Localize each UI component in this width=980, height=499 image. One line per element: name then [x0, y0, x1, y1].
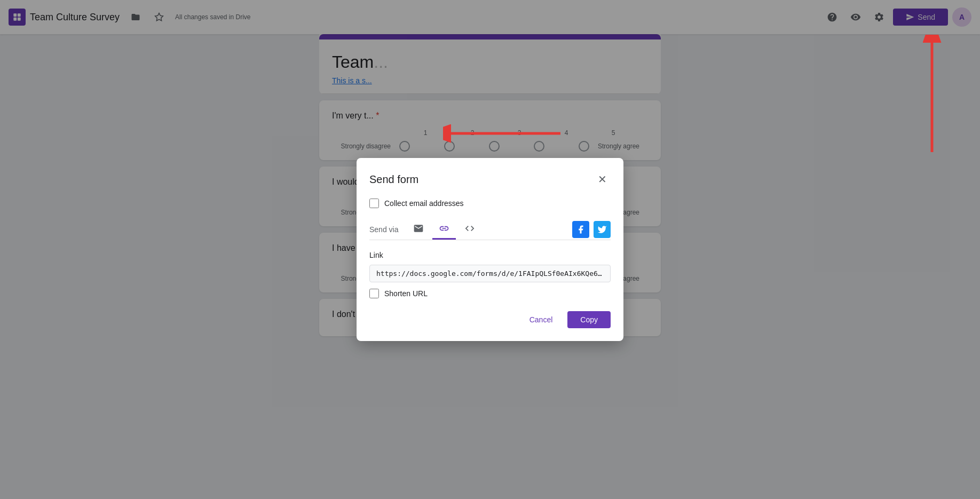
send-via-label: Send via [369, 225, 398, 234]
send-via-embed-tab[interactable] [458, 219, 481, 240]
shorten-url-checkbox[interactable] [369, 289, 379, 298]
modal-footer: Cancel Copy [369, 311, 611, 328]
shorten-url-label: Shorten URL [384, 289, 428, 298]
send-via-link-tab[interactable] [432, 219, 456, 240]
modal-close-button[interactable]: ✕ [594, 171, 611, 188]
link-section-title: Link [369, 251, 611, 259]
modal-title: Send form [369, 173, 418, 186]
twitter-share-button[interactable] [594, 221, 611, 238]
send-via-social [572, 221, 611, 238]
collect-email-checkbox[interactable] [369, 199, 379, 208]
shorten-url-row: Shorten URL [369, 289, 611, 298]
send-via-tabs [407, 219, 572, 240]
send-form-modal: Send form ✕ Collect email addresses Send… [357, 158, 623, 341]
link-url-text: https://docs.google.com/forms/d/e/1FAIpQ… [376, 270, 604, 278]
collect-email-row: Collect email addresses [369, 199, 611, 208]
cancel-button[interactable]: Cancel [521, 311, 562, 328]
copy-button[interactable]: Copy [567, 311, 611, 328]
modal-header: Send form ✕ [369, 171, 611, 188]
collect-email-label: Collect email addresses [384, 199, 464, 208]
modal-overlay: Send form ✕ Collect email addresses Send… [0, 0, 980, 499]
send-via-email-tab[interactable] [407, 219, 430, 240]
send-via-row: Send via [369, 219, 611, 240]
link-input-row[interactable]: https://docs.google.com/forms/d/e/1FAIpQ… [369, 265, 611, 282]
facebook-share-button[interactable] [572, 221, 589, 238]
